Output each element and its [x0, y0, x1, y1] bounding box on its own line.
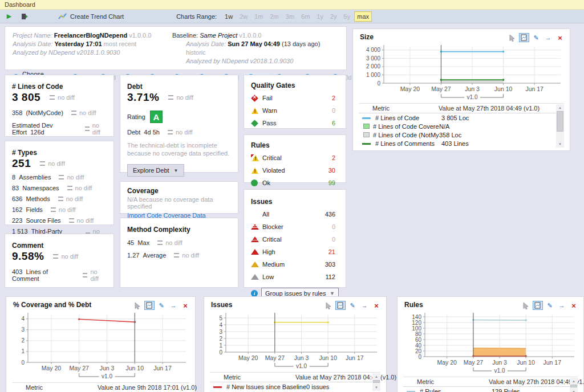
scrollbar-thumb[interactable]: [570, 385, 577, 387]
svg-text:Jun 3: Jun 3: [465, 85, 480, 92]
no-diff-indicator: no diff: [168, 129, 193, 136]
charts-range-option[interactable]: 2m: [267, 11, 282, 22]
scroll-down-icon[interactable]: ▼: [570, 389, 578, 392]
issue-severity-row[interactable]: Critical 0: [251, 235, 339, 243]
issue-severity-row[interactable]: Blocker 0: [251, 223, 339, 231]
svg-text:Jun 10: Jun 10: [126, 365, 144, 371]
charts-range-option[interactable]: max: [354, 11, 372, 22]
charts-range-option[interactable]: 3m: [283, 11, 297, 22]
edit-chart-button[interactable]: ✎: [531, 33, 541, 42]
svg-text:100: 100: [412, 325, 421, 332]
svg-text:Jun 17: Jun 17: [525, 85, 544, 92]
scroll-up-icon[interactable]: ▲: [372, 373, 380, 380]
legend-row[interactable]: # Lines of Code 3 805 Loc: [359, 113, 555, 122]
scroll-down-icon[interactable]: ▼: [556, 141, 564, 148]
chevron-down-icon: ▼: [330, 291, 335, 296]
rule-status-label: Critical: [262, 154, 313, 161]
quality-gate-count: 6: [313, 120, 339, 126]
quality-gate-row[interactable]: Fail 2: [251, 94, 339, 102]
close-chart-button[interactable]: ×: [180, 301, 190, 310]
legend-scrollbar[interactable]: ▲ ▼: [556, 104, 564, 148]
quality-gates-panel: Quality Gates Fail 2 Warn 0 Pass: [244, 75, 346, 129]
legend-row[interactable]: # Lines of Comments 403 Lines: [359, 139, 555, 148]
scroll-down-icon[interactable]: ▼: [372, 384, 380, 391]
charts-range-option[interactable]: 1w: [222, 11, 236, 22]
svg-text:Jun 17: Jun 17: [543, 359, 561, 366]
legend-metric-header: Metric: [26, 384, 98, 391]
baseline-kind: historic: [186, 49, 206, 56]
legend-row[interactable]: # New Issues since Baseline 0 issues: [210, 382, 371, 391]
chart-options-button[interactable]: [335, 301, 346, 310]
rating-badge[interactable]: A: [150, 111, 163, 123]
scroll-up-icon[interactable]: ▲: [556, 104, 564, 111]
tab-dashboard[interactable]: Dashboard: [0, 0, 584, 10]
rule-status-row[interactable]: Violated 30: [251, 166, 339, 174]
svg-text:4: 4: [219, 322, 222, 328]
cursor-icon: [521, 301, 531, 310]
charts-range-option[interactable]: 5y: [341, 11, 354, 22]
severity-icon: [251, 249, 259, 255]
export-chart-button[interactable]: →: [359, 301, 370, 310]
run-analysis-icon[interactable]: ▶: [3, 11, 15, 22]
tab-dashboard-label: Dashboard: [5, 1, 35, 8]
chart-options-button[interactable]: [519, 33, 529, 42]
svg-text:v1.0: v1.0: [467, 94, 478, 100]
refresh-analysis-icon[interactable]: [18, 11, 30, 22]
charts-range-label: Charts Range:: [176, 13, 217, 20]
legend-value-header: Value at May 27th 2018 04:49 (v1.0): [295, 374, 396, 381]
severity-icon: [251, 274, 259, 280]
legend-scrollbar[interactable]: ▲ ▼: [372, 373, 380, 391]
svg-text:May 20: May 20: [42, 365, 62, 371]
export-chart-button[interactable]: →: [557, 301, 567, 310]
lines-of-code-value: 3 805: [12, 91, 40, 104]
no-diff-indicator: no diff: [69, 217, 94, 224]
edit-chart-button[interactable]: ✎: [347, 301, 358, 310]
quality-gate-row[interactable]: Warn 0: [251, 107, 339, 115]
equals-icon: [174, 253, 179, 258]
quality-gate-row[interactable]: Pass 6: [251, 119, 339, 127]
quality-gate-label: Fail: [262, 95, 313, 101]
svg-text:0: 0: [219, 349, 222, 356]
close-chart-button[interactable]: ×: [371, 301, 382, 310]
close-chart-button[interactable]: ×: [555, 33, 565, 42]
scroll-up-icon[interactable]: ▲: [570, 378, 578, 385]
legend-row[interactable]: # Lines of Code Covered N/A: [359, 122, 555, 130]
edit-chart-button[interactable]: ✎: [545, 301, 555, 310]
issue-severity-row[interactable]: Medium 303: [251, 260, 339, 268]
export-chart-button[interactable]: →: [168, 301, 179, 310]
analysis-date: Yesterday 17:01: [54, 40, 102, 47]
scrollbar-thumb[interactable]: [373, 380, 380, 383]
charts-range-option[interactable]: 1y: [314, 11, 326, 22]
issue-severity-row[interactable]: High 21: [251, 248, 339, 256]
scrollbar-thumb[interactable]: [557, 111, 563, 132]
svg-text:2 000: 2 000: [366, 63, 380, 70]
svg-text:0: 0: [21, 360, 25, 366]
svg-text:Jun 3: Jun 3: [100, 365, 115, 371]
rule-status-row[interactable]: Critical 2: [251, 154, 339, 162]
edit-chart-button[interactable]: ✎: [156, 301, 167, 310]
chart-options-button[interactable]: [144, 301, 155, 310]
charts-range-option[interactable]: 2y: [327, 11, 340, 22]
legend-row[interactable]: # Rules 129 Rules: [403, 387, 569, 392]
create-trend-chart-button[interactable]: Create Trend Chart: [58, 13, 124, 20]
chart-options-button[interactable]: [533, 301, 543, 310]
legend-scrollbar[interactable]: ▲ ▼: [570, 378, 578, 392]
close-chart-button[interactable]: ×: [569, 301, 579, 310]
legend-value: N/A: [439, 123, 449, 130]
size-chart: 01 0002 0003 0004 000May 20May 27Jun 3Ju…: [358, 43, 565, 101]
charts-range-option[interactable]: 2w: [237, 11, 250, 22]
issue-severity-row[interactable]: All 436: [251, 210, 339, 218]
svg-text:80: 80: [415, 331, 422, 337]
charts-range-option[interactable]: 6m: [298, 11, 313, 22]
rule-status-row[interactable]: Ok 99: [251, 179, 339, 187]
legend-row[interactable]: # Lines of Code (NotMyC... 358 Loc: [359, 130, 555, 139]
export-chart-button[interactable]: →: [543, 33, 553, 42]
svg-text:May 27: May 27: [265, 354, 285, 361]
explore-debt-button[interactable]: Explore Debt ▼: [127, 164, 184, 177]
issue-severity-count: 0: [313, 236, 339, 243]
series-swatch: [213, 386, 222, 388]
metric-row: 162 Fields no diff: [12, 206, 107, 213]
issue-severity-row[interactable]: Low 112: [251, 273, 339, 281]
svg-text:4 000: 4 000: [366, 47, 380, 53]
charts-range-option[interactable]: 1m: [252, 11, 266, 22]
